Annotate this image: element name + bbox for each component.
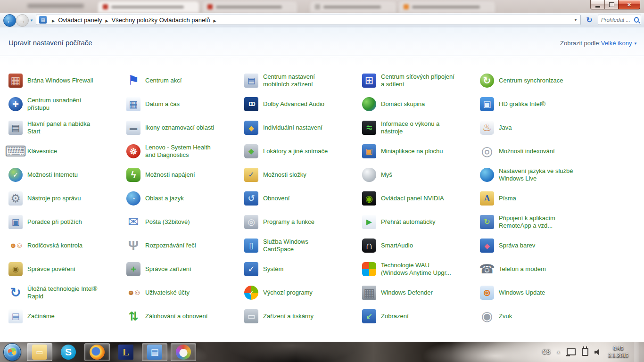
cp-item[interactable]: Technologie WAU (Windows Anytime Upgr...: [362, 257, 480, 281]
cp-item[interactable]: ▭Zařízení a tiskárny: [244, 304, 362, 328]
cp-item-label: Obnovení: [263, 195, 289, 202]
cp-item[interactable]: ▦Windows Defender: [362, 281, 480, 304]
cp-item[interactable]: APísma: [480, 187, 598, 210]
language-indicator[interactable]: CS: [543, 349, 551, 355]
power-plug-icon[interactable]: [582, 348, 588, 356]
cp-item[interactable]: ☎Telefon a modem: [480, 257, 598, 281]
cp-item[interactable]: +Správce zařízení: [126, 257, 244, 281]
taskbar-app-skype[interactable]: S: [56, 343, 81, 361]
cp-item[interactable]: ◔Oblast a jazyk: [126, 187, 244, 210]
cp-item[interactable]: ▣Poradce při potížích: [8, 210, 126, 234]
cp-item[interactable]: +Centrum usnadnění přístupu: [8, 92, 126, 116]
cp-item[interactable]: ΨRozpoznávání řeči: [126, 234, 244, 257]
display-icon: ↙: [362, 309, 376, 323]
show-desktop-button[interactable]: [635, 342, 639, 362]
clock[interactable]: 0:45 2.1.2015: [608, 345, 628, 359]
refresh-button[interactable]: ↻: [584, 15, 595, 25]
cp-item[interactable]: ↻Úložná technologie Intel® Rapid: [8, 281, 126, 304]
cp-item[interactable]: ▦Datum a čas: [126, 92, 244, 116]
start-button[interactable]: [2, 343, 22, 362]
cp-item[interactable]: ⚙Nástroje pro správu: [8, 187, 126, 210]
cp-item[interactable]: ✓Výchozí programy: [244, 281, 362, 304]
cp-item[interactable]: ▶Přehrát automaticky: [362, 210, 480, 234]
show-hidden-icons-button[interactable]: ▲: [556, 350, 561, 354]
close-button[interactable]: ×: [618, 0, 640, 9]
cp-item[interactable]: ≈Informace o výkonu a nástroje: [362, 116, 480, 140]
address-bar[interactable]: ▤ ▶Ovládací panely▶Všechny položky Ovlád…: [36, 15, 581, 25]
remoteapp-icon: ↻: [480, 215, 494, 229]
network-icon[interactable]: [567, 348, 576, 355]
breadcrumb-arrow-icon[interactable]: ▶: [49, 19, 58, 23]
breadcrumb-segment[interactable]: Ovládací panely: [58, 16, 102, 24]
power-options-icon: ϟ: [126, 168, 140, 182]
search-box[interactable]: [598, 15, 641, 25]
taskbar-app-explorer[interactable]: ▭: [27, 343, 52, 361]
cp-item[interactable]: ∩SmartAudio: [362, 234, 480, 257]
forward-arrow-icon: →: [19, 17, 26, 25]
breadcrumb: ▶Ovládací panely▶Všechny položky Ovládac…: [49, 16, 220, 24]
cp-item[interactable]: ✉Pošta (32bitové): [126, 210, 244, 234]
cp-item[interactable]: ✓Možnosti Internetu: [8, 163, 126, 187]
breadcrumb-arrow-icon[interactable]: ▶: [210, 19, 219, 23]
cp-item[interactable]: ◎Možnosti indexování: [480, 140, 598, 163]
cp-item[interactable]: ⊛Windows Update: [480, 281, 598, 304]
cp-item[interactable]: ✓Možnosti složky: [244, 163, 362, 187]
address-dropdown-icon[interactable]: ▼: [574, 18, 578, 22]
cp-item[interactable]: ✓Systém: [244, 257, 362, 281]
cp-item-label: Oblast a jazyk: [145, 195, 184, 202]
cp-item-label: Možnosti napájení: [145, 171, 195, 179]
cp-item-label: Systém: [263, 265, 283, 273]
cp-item[interactable]: ◉Zvuk: [480, 304, 598, 328]
cp-item[interactable]: ◉Ovládací panel NVIDIA: [362, 187, 480, 210]
cp-item[interactable]: ▣HD grafika Intel®: [480, 92, 598, 116]
cp-item[interactable]: ↻Centrum synchronizace: [480, 69, 598, 92]
taskbar-app-league-of-legends[interactable]: L: [113, 343, 139, 361]
cp-item[interactable]: ☻☺Rodičovská kontrola: [8, 234, 126, 257]
breadcrumb-segment[interactable]: Všechny položky Ovládacích panelů: [112, 16, 210, 24]
cp-item[interactable]: ▣Miniaplikace na plochu: [362, 140, 480, 163]
back-button[interactable]: ←: [3, 14, 16, 27]
cp-item[interactable]: ▤Centrum nastavení mobilních zařízení: [244, 69, 362, 92]
cp-item[interactable]: ☻☺Uživatelské účty: [126, 281, 244, 304]
cp-item[interactable]: ◉Správce pověření: [8, 257, 126, 281]
cp-item-label: Programy a funkce: [263, 218, 314, 226]
view-by-selector[interactable]: Velké ikony ▼: [601, 40, 637, 47]
forward-button[interactable]: →: [16, 14, 29, 27]
cp-item[interactable]: ⚑Centrum akcí: [126, 69, 244, 92]
cp-item[interactable]: ◆Individuální nastavení: [244, 116, 362, 140]
cp-item[interactable]: ◆Lokátory a jiné snímače: [244, 140, 362, 163]
volume-icon[interactable]: [594, 349, 602, 355]
taskbar-app-firefox[interactable]: [84, 343, 110, 361]
minimize-button[interactable]: [590, 0, 605, 9]
taskbar-app-paint[interactable]: [171, 343, 196, 361]
cp-item[interactable]: ⌨Klávesnice: [8, 140, 126, 163]
restore-button[interactable]: [605, 0, 618, 9]
cp-item[interactable]: ◆Správa barev: [480, 234, 598, 257]
intel-hd-graphics-icon: ▣: [480, 97, 494, 111]
cp-item[interactable]: Domácí skupina: [362, 92, 480, 116]
cp-item[interactable]: ◎Programy a funkce: [244, 210, 362, 234]
recent-pages-dropdown-icon[interactable]: ▼: [30, 18, 33, 23]
cp-item[interactable]: Myš: [362, 163, 480, 187]
cp-item[interactable]: DDDolby Advanced Audio: [244, 92, 362, 116]
indexing-options-icon: ◎: [480, 144, 494, 158]
cp-item[interactable]: ▤Hlavní panel a nabídka Start: [8, 116, 126, 140]
cp-item[interactable]: ↙Zobrazení: [362, 304, 480, 328]
cp-item[interactable]: ▤Začínáme: [8, 304, 126, 328]
cp-item[interactable]: Nastavení jazyka ve službě Windows Live: [480, 163, 598, 187]
cp-item[interactable]: ▬Ikony oznamovací oblasti: [126, 116, 244, 140]
cp-item[interactable]: ϟMožnosti napájení: [126, 163, 244, 187]
cp-item[interactable]: ⊞Centrum síťových připojení a sdílení: [362, 69, 480, 92]
breadcrumb-arrow-icon[interactable]: ▶: [102, 19, 111, 23]
cp-item[interactable]: ⇅Zálohování a obnovení: [126, 304, 244, 328]
league-of-legends-icon: L: [118, 345, 133, 360]
cp-item[interactable]: ↺Obnovení: [244, 187, 362, 210]
taskbar-app-control-panel[interactable]: ▤: [142, 343, 167, 361]
cp-item[interactable]: ↻Připojení k aplikacím RemoteApp a vzd..…: [480, 210, 598, 234]
cp-item[interactable]: ▦Brána Windows Firewall: [8, 69, 126, 92]
cp-item[interactable]: ☸Lenovo - System Health and Diagnostics: [126, 140, 244, 163]
cp-item[interactable]: ♨Java: [480, 116, 598, 140]
search-input[interactable]: [600, 16, 633, 23]
cp-item-label: Windows Update: [499, 289, 545, 296]
cp-item[interactable]: ▯Služba Windows CardSpace: [244, 234, 362, 257]
